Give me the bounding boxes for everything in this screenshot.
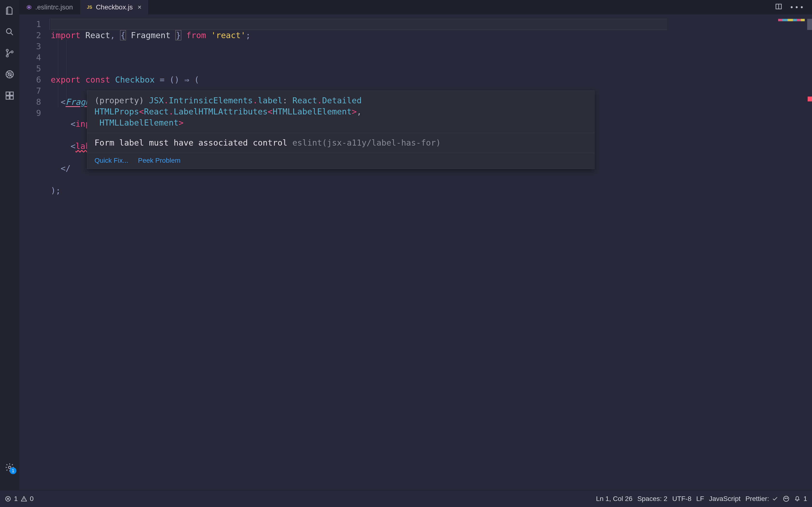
feedback-icon[interactable] bbox=[783, 496, 789, 502]
svg-point-0 bbox=[6, 29, 11, 34]
activity-bar: 1 bbox=[0, 0, 19, 490]
settings-gear-icon[interactable]: 1 bbox=[4, 462, 15, 473]
bell-icon bbox=[794, 496, 800, 502]
explorer-icon[interactable] bbox=[4, 5, 15, 16]
settings-badge: 1 bbox=[10, 467, 16, 474]
hover-type-info: (property) JSX.IntrinsicElements.label: … bbox=[87, 91, 594, 133]
code-editor[interactable]: 1 2 3 4 5 6 7 8 9 import React, { Fragme… bbox=[19, 14, 812, 490]
tab-label: Checkbox.js bbox=[96, 3, 133, 11]
encoding-status[interactable]: UTF-8 bbox=[672, 495, 692, 503]
tab-bar: .eslintrc.json JS Checkbox.js × ••• bbox=[19, 0, 812, 14]
close-tab-icon[interactable]: × bbox=[138, 3, 141, 11]
svg-point-16 bbox=[785, 498, 785, 499]
status-bar: 1 0 Ln 1, Col 26 Spaces: 2 UTF-8 LF Java… bbox=[0, 490, 812, 507]
language-mode[interactable]: JavaScript bbox=[709, 495, 741, 503]
cursor-position[interactable]: Ln 1, Col 26 bbox=[596, 495, 632, 503]
svg-point-2 bbox=[6, 55, 8, 57]
svg-point-17 bbox=[787, 498, 788, 499]
svg-rect-8 bbox=[6, 96, 9, 99]
javascript-icon: JS bbox=[87, 4, 93, 10]
error-count: 1 bbox=[14, 495, 18, 503]
eol-status[interactable]: LF bbox=[696, 495, 704, 503]
peek-problem-link[interactable]: Peek Problem bbox=[138, 156, 181, 165]
tab-checkbox-js[interactable]: JS Checkbox.js × bbox=[80, 0, 149, 14]
svg-point-3 bbox=[11, 51, 13, 53]
svg-marker-12 bbox=[28, 6, 30, 8]
problems-status[interactable]: 1 0 bbox=[5, 495, 34, 503]
warning-icon bbox=[21, 496, 27, 502]
svg-rect-7 bbox=[10, 92, 13, 95]
quick-fix-link[interactable]: Quick Fix... bbox=[95, 156, 128, 165]
hover-actions: Quick Fix... Peek Problem bbox=[87, 153, 594, 169]
extensions-icon[interactable] bbox=[4, 90, 15, 101]
notification-count: 1 bbox=[803, 495, 807, 503]
overview-scroll-indicator[interactable] bbox=[807, 19, 812, 30]
more-actions-icon[interactable]: ••• bbox=[790, 3, 805, 11]
tab-eslintrc[interactable]: .eslintrc.json bbox=[19, 0, 80, 14]
overview-error-marker[interactable] bbox=[808, 97, 812, 101]
error-icon bbox=[5, 496, 11, 502]
svg-point-1 bbox=[6, 49, 8, 51]
prettier-status[interactable]: Prettier: bbox=[745, 495, 778, 503]
line-number-gutter: 1 2 3 4 5 6 7 8 9 bbox=[19, 14, 48, 490]
minimap[interactable] bbox=[778, 19, 805, 21]
notifications[interactable]: 1 bbox=[794, 495, 807, 503]
svg-rect-6 bbox=[6, 92, 9, 95]
warning-count: 0 bbox=[30, 495, 34, 503]
hover-problem-message: Form label must have associated control … bbox=[87, 133, 594, 153]
split-editor-icon[interactable] bbox=[775, 3, 782, 12]
hover-tooltip: (property) JSX.IntrinsicElements.label: … bbox=[87, 91, 595, 169]
check-icon bbox=[772, 496, 778, 502]
svg-point-15 bbox=[784, 496, 789, 501]
search-icon[interactable] bbox=[4, 26, 15, 38]
indent-status[interactable]: Spaces: 2 bbox=[637, 495, 667, 503]
debug-disabled-icon[interactable] bbox=[4, 68, 15, 80]
svg-rect-9 bbox=[10, 96, 13, 99]
eslint-icon bbox=[26, 4, 32, 10]
tab-label: .eslintrc.json bbox=[35, 3, 73, 11]
source-control-icon[interactable] bbox=[4, 47, 15, 59]
